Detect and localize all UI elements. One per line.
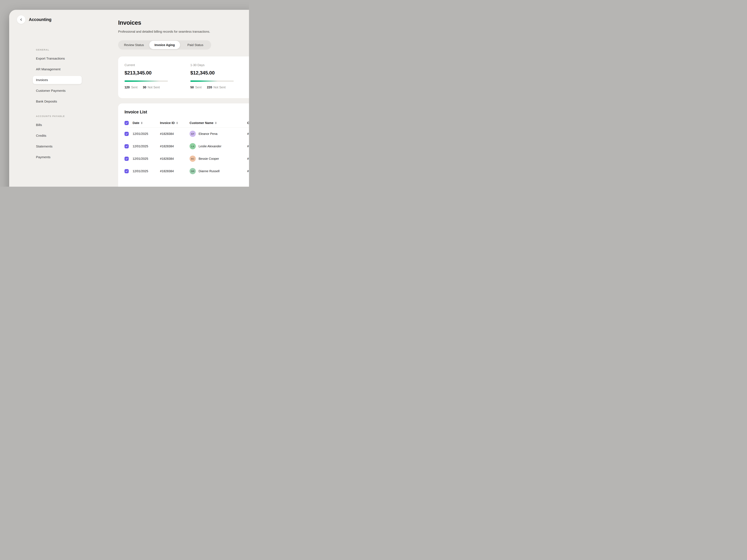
sidebar-item-bank-deposits[interactable]: Bank Deposits — [33, 97, 82, 105]
column-header-truncated[interactable]: C — [247, 121, 249, 125]
invoice-rows: 12/01/2025#1828384EPEleanor Pena#12/01/2… — [125, 128, 249, 177]
progress-bar — [125, 80, 168, 82]
cell-date: 12/01/2025 — [133, 157, 160, 161]
invoice-checkbox[interactable] — [125, 157, 129, 161]
sort-icon — [215, 122, 217, 124]
sort-icon — [141, 122, 143, 124]
sidebar-item-ar-management[interactable]: AR Management — [33, 65, 82, 73]
avatar: EP — [189, 131, 196, 137]
cell-truncated: # — [247, 144, 249, 148]
customer-name: Eleanor Pena — [199, 132, 217, 136]
cell-invoice-id: #1828384 — [160, 144, 189, 148]
cell-invoice-id: #1828384 — [160, 132, 189, 136]
cell-customer: EPEleanor Pena — [189, 131, 247, 137]
cell-customer: LALeslie Alexander — [189, 143, 247, 149]
invoice-checkbox[interactable] — [125, 169, 129, 173]
sidebar-group-label-accounts-payable: ACCOUNTS PAYABLE — [33, 115, 82, 117]
progress-bar — [190, 80, 234, 82]
stat-1-30-days: 1-30 Days $12,345.00 50 Sent 220 Not Sen… — [190, 63, 249, 98]
stat-counts: 120 Sent 30 Not Sent — [125, 85, 190, 89]
column-header-invoice-id[interactable]: Invoice ID — [160, 121, 189, 125]
stat-amount: $213,345.00 — [125, 70, 190, 76]
status-tab-bar: Review Status Invoice Aging Paid Status — [118, 40, 211, 50]
page-title: Invoices — [118, 20, 249, 26]
cell-invoice-id: #1828384 — [160, 169, 189, 173]
avatar: BC — [189, 156, 196, 162]
sent-count: 120 Sent — [125, 85, 137, 89]
table-row[interactable]: 12/01/2025#1828384BCBessie Cooper# — [125, 153, 249, 165]
avatar: DR — [189, 168, 196, 174]
sidebar-item-bills[interactable]: Bills — [33, 121, 82, 129]
sidebar-group-label-general: GENERAL — [33, 48, 82, 51]
invoice-checkbox[interactable] — [125, 132, 129, 136]
column-header-date[interactable]: Date — [133, 121, 160, 125]
tab-review-status[interactable]: Review Status — [119, 41, 149, 49]
app-window: Accounting GENERALExport TransactionsAR … — [9, 10, 249, 187]
sidebar-nav: GENERALExport TransactionsAR ManagementI… — [33, 48, 82, 164]
cell-truncated: # — [247, 157, 249, 161]
not-sent-count: 220 Not Sent — [207, 85, 226, 89]
stat-label: 1-30 Days — [190, 63, 249, 67]
sidebar-item-statements[interactable]: Statements — [33, 142, 82, 151]
sidebar-item-export-transactions[interactable]: Export Transactions — [33, 54, 82, 62]
tab-paid-status[interactable]: Paid Status — [180, 41, 211, 49]
progress-fill — [190, 80, 218, 82]
column-header-customer-name[interactable]: Customer Name — [189, 121, 247, 125]
cell-invoice-id: #1828384 — [160, 157, 189, 161]
tab-invoice-aging[interactable]: Invoice Aging — [149, 41, 180, 49]
invoice-list-title: Invoice List — [125, 110, 249, 114]
invoice-list-card: Invoice List Date Invoice ID — [118, 103, 249, 187]
cell-truncated: # — [247, 169, 249, 173]
sidebar: Accounting GENERALExport TransactionsAR … — [9, 10, 118, 187]
sent-count: 50 Sent — [190, 85, 202, 89]
page-subtitle: Professional and detailed billing record… — [118, 30, 249, 33]
cell-date: 12/01/2025 — [133, 144, 160, 148]
stat-label: Current — [125, 63, 190, 67]
invoice-table: Date Invoice ID Customer Name C — [125, 118, 249, 177]
sort-icon — [176, 122, 178, 124]
customer-name: Bessie Cooper — [199, 157, 219, 161]
table-row[interactable]: 12/01/2025#1828384LALeslie Alexander# — [125, 140, 249, 153]
cell-date: 12/01/2025 — [133, 169, 160, 173]
sidebar-item-payments[interactable]: Payments — [33, 153, 82, 161]
sidebar-item-invoices[interactable]: Invoices — [33, 76, 82, 84]
sidebar-item-credits[interactable]: Credits — [33, 132, 82, 140]
not-sent-count: 30 Not Sent — [143, 85, 160, 89]
customer-name: Leslie Alexander — [199, 144, 222, 148]
chevron-left-icon — [20, 18, 23, 21]
select-all-checkbox[interactable] — [125, 121, 129, 125]
main-content: Invoices Professional and detailed billi… — [118, 10, 249, 187]
sidebar-header: Accounting — [17, 16, 52, 24]
app-title: Accounting — [29, 17, 52, 22]
stat-amount: $12,345.00 — [190, 70, 249, 76]
cell-customer: DRDianne Russell — [189, 168, 247, 174]
invoice-checkbox[interactable] — [125, 144, 129, 149]
table-row[interactable]: 12/01/2025#1828384EPEleanor Pena# — [125, 128, 249, 140]
cell-date: 12/01/2025 — [133, 132, 160, 136]
customer-name: Dianne Russell — [199, 169, 220, 173]
table-row[interactable]: 12/01/2025#1828384DRDianne Russell# — [125, 165, 249, 177]
stat-counts: 50 Sent 220 Not Sent — [190, 85, 249, 89]
table-header-row: Date Invoice ID Customer Name C — [125, 118, 249, 128]
avatar: LA — [189, 143, 196, 149]
aging-summary-card: Current $213,345.00 120 Sent 30 Not Sent — [118, 56, 249, 98]
cell-truncated: # — [247, 132, 249, 136]
cell-customer: BCBessie Cooper — [189, 156, 247, 162]
stat-current: Current $213,345.00 120 Sent 30 Not Sent — [125, 63, 190, 98]
back-button[interactable] — [17, 16, 25, 24]
sidebar-item-customer-payments[interactable]: Customer Payments — [33, 87, 82, 95]
progress-fill — [125, 80, 159, 82]
